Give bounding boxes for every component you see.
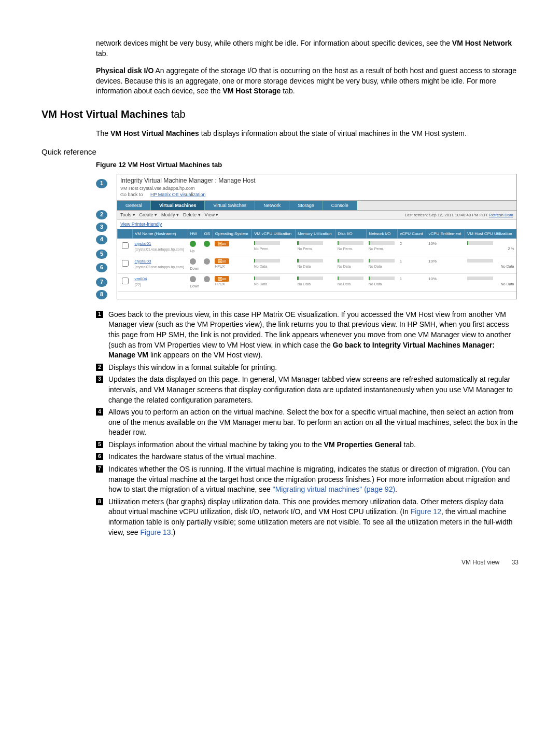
figure-caption: Figure 12 VM Host Virtual Machines tab <box>96 160 519 170</box>
util-bar <box>338 241 363 245</box>
list-num-7: 7 <box>96 465 103 473</box>
callout-badge-5: 5 <box>96 250 107 259</box>
list-num-5: 5 <box>96 441 103 448</box>
util-bar <box>254 241 280 245</box>
util-bar <box>467 277 493 280</box>
list-text-6: Indicates the hardware status of the vir… <box>108 452 519 462</box>
callout-badge-1: 1 <box>96 179 107 188</box>
page-footer: VM Host view 33 <box>41 558 519 567</box>
list-num-3: 3 <box>96 376 103 383</box>
callout-badge-4: 4 <box>96 235 107 244</box>
list-num-4: 4 <box>96 408 103 416</box>
toolbar-modify[interactable]: Modify ▾ <box>161 212 179 217</box>
screenshot: Integrity Virtual Machine Manager : Mana… <box>117 174 517 299</box>
callout-badge-2: 2 <box>96 210 107 219</box>
section-heading: VM Host Virtual Machines tab <box>41 107 519 121</box>
col-memory-utilization: Memory Utilization <box>295 229 335 238</box>
os-pill-icon: 🄷ux <box>215 276 229 282</box>
util-bar <box>369 241 395 245</box>
list-text-4: Allows you to perform an action on the v… <box>108 407 519 438</box>
row-checkbox[interactable] <box>122 242 129 249</box>
util-bar <box>467 259 493 263</box>
vm-table: VM Name (Hostname)HWOSOperating SystemVM… <box>117 229 516 292</box>
util-bar <box>254 259 280 263</box>
ss-window-title: Integrity Virtual Machine Manager : Mana… <box>117 174 516 185</box>
toolbar-tools[interactable]: Tools ▾ <box>120 212 135 217</box>
util-bar <box>467 241 493 245</box>
tab-virtual-switches[interactable]: Virtual Switches <box>205 201 255 211</box>
col-disk-i-o: Disk I/O <box>335 229 367 238</box>
os-status-icon <box>204 276 210 282</box>
callout-badge-7: 7 <box>96 278 107 287</box>
col-hw: HW <box>188 229 202 238</box>
list-num-2: 2 <box>96 364 103 371</box>
intro-para-2: Physical disk I/O An aggregate of the st… <box>96 66 519 96</box>
util-bar <box>297 241 323 245</box>
row-checkbox[interactable] <box>122 260 129 267</box>
list-text-7: Indicates whether the OS is running. If … <box>108 464 519 495</box>
quick-reference-heading: Quick reference <box>41 146 519 157</box>
list-text-8: Utilization meters (bar graphs) display … <box>108 497 519 537</box>
toolbar-view[interactable]: View ▾ <box>205 212 219 217</box>
col-vcpu-count: vCPU Count <box>398 229 426 238</box>
printer-friendly-link[interactable]: View Printer-friendly <box>117 220 165 229</box>
last-refresh: Last refresh: Sep 12, 2011 10:40:40 PM P… <box>405 212 513 218</box>
col-operating-system: Operating System <box>213 229 251 238</box>
refresh-data-link[interactable]: Refresh Data <box>489 213 513 217</box>
os-status-icon <box>204 258 210 265</box>
go-back-link[interactable]: HP Matrix OE visualization <box>147 191 208 200</box>
hw-status-icon <box>190 258 196 265</box>
table-row: crystal01(crystal01.vse.adapps.hp.com)Up… <box>118 238 516 256</box>
util-bar <box>369 277 395 280</box>
callout-list: 1 Goes back to the previous view, in thi… <box>96 310 519 537</box>
util-bar <box>369 259 395 263</box>
tab-bar: GeneralVirtual MachinesVirtual SwitchesN… <box>117 200 516 211</box>
util-bar <box>338 259 363 263</box>
figure-13-link[interactable]: Figure 13 <box>140 528 171 536</box>
util-bar <box>338 277 363 280</box>
list-text-3: Updates the data displayed on this page.… <box>108 375 519 405</box>
section-intro: The VM Host Virtual Machines tab display… <box>96 129 519 139</box>
list-text-2: Displays this window in a format suitabl… <box>108 363 519 373</box>
col-vm-name-hostname-: VM Name (Hostname) <box>132 229 188 238</box>
table-header-row: VM Name (Hostname)HWOSOperating SystemVM… <box>118 229 516 238</box>
os-pill-icon: 🄷ux <box>215 258 229 264</box>
tab-virtual-machines[interactable]: Virtual Machines <box>151 201 205 211</box>
list-num-6: 6 <box>96 453 103 460</box>
figure-12-link[interactable]: Figure 12 <box>411 507 441 516</box>
col-os: OS <box>202 229 213 238</box>
callout-badge-8: 8 <box>96 290 107 299</box>
col-checkbox <box>118 229 133 238</box>
table-row: vm004(??)Down🄷uxHPUXNo DataNo DataNo Dat… <box>118 273 516 291</box>
list-num-8: 8 <box>96 498 103 505</box>
list-text-1: Goes back to the previous view, in this … <box>108 310 519 361</box>
util-bar <box>297 259 323 263</box>
tab-console[interactable]: Console <box>323 201 357 211</box>
migrating-link[interactable]: "Migrating virtual machines" (page 92) <box>273 485 395 493</box>
vm-name-link[interactable]: crystal01 <box>134 241 151 246</box>
vm-name-link[interactable]: crystal03 <box>134 259 151 264</box>
row-checkbox[interactable] <box>122 278 129 284</box>
util-bar <box>297 277 323 280</box>
util-bar <box>254 277 280 280</box>
tab-storage[interactable]: Storage <box>289 201 323 211</box>
os-pill-icon: 🄷ux <box>215 241 229 246</box>
toolbar-create[interactable]: Create ▾ <box>139 212 158 217</box>
col-network-i-o: Network I/O <box>367 229 398 238</box>
vm-name-link[interactable]: vm004 <box>134 277 147 281</box>
toolbar-delete[interactable]: Delete ▾ <box>183 212 201 217</box>
tab-network[interactable]: Network <box>255 201 289 211</box>
list-text-5: Displays information about the virtual m… <box>108 440 519 450</box>
hw-status-icon <box>190 276 196 282</box>
col-vm-vcpu-utilization: VM vCPU Utilization <box>252 229 296 238</box>
callout-badge-6: 6 <box>96 263 107 272</box>
list-num-1: 1 <box>96 311 103 318</box>
tab-general[interactable]: General <box>117 201 151 211</box>
intro-para-1: network devices might be very busy, whil… <box>96 38 519 59</box>
callout-badge-3: 3 <box>96 223 107 232</box>
col-vcpu-entitlement: vCPU Entitlement <box>426 229 465 238</box>
ss-host-label: VM Host crystal.vse.adapps.hp.com <box>117 185 516 192</box>
table-row: crystal03(crystal03.vse.adapps.hp.com)Do… <box>118 256 516 273</box>
callout-column: 12345678 <box>96 174 107 299</box>
col-vm-host-cpu-utilization: VM Host CPU Utilization <box>465 229 516 238</box>
